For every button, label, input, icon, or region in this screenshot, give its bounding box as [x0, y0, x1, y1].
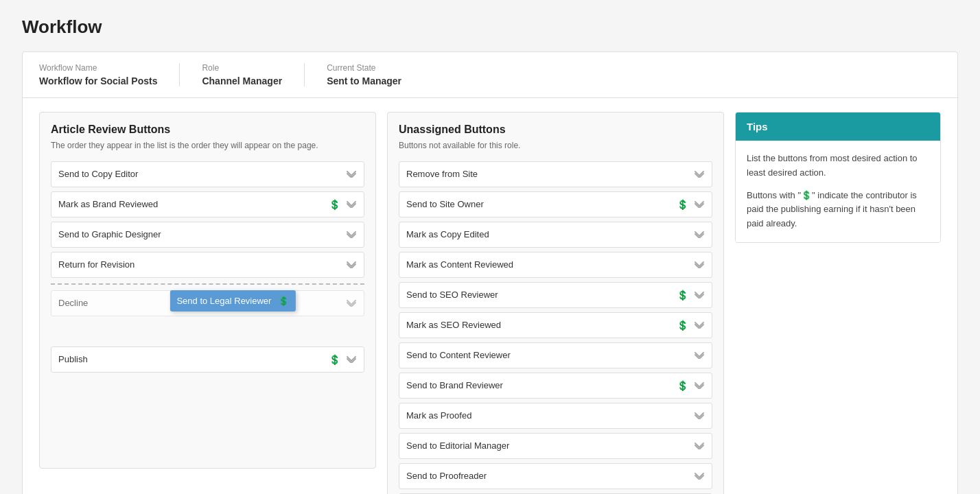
list-item[interactable]: Mark as Proofed [399, 403, 712, 429]
drag-area: Decline Send to Legal Reviewer 💲 [51, 290, 364, 316]
list-item[interactable]: Send to Content Reviewer [399, 342, 712, 368]
money-icon: 💲 [677, 320, 688, 331]
unassigned-subtitle: Buttons not available for this role. [399, 140, 712, 152]
button-label: Send to Copy Editor [58, 169, 346, 179]
section-divider [51, 283, 364, 285]
chevron-down-icon [694, 471, 705, 482]
money-icon: 💲 [677, 199, 688, 210]
list-item[interactable]: Mark as SEO Reviewed 💲 [399, 312, 712, 338]
chevron-down-icon [694, 440, 705, 451]
chevron-down-icon [694, 320, 705, 331]
main-card: Workflow Name Workflow for Social Posts … [22, 51, 958, 494]
chevron-down-icon [694, 169, 705, 180]
button-label: Send to SEO Reviewer [406, 290, 677, 300]
list-item[interactable]: Send to Copy Editor [51, 161, 364, 187]
drag-ghost-label: Send to Legal Reviewer [176, 296, 271, 306]
button-label: Mark as Copy Edited [406, 229, 694, 239]
tips-line2-prefix: Buttons with " [747, 190, 801, 200]
list-item[interactable]: Send to Graphic Designer [51, 222, 364, 248]
list-item[interactable]: Send to Editorial Manager [399, 433, 712, 459]
button-label: Mark as SEO Reviewed [406, 320, 677, 330]
list-item[interactable]: Publish 💲 [51, 346, 364, 373]
workflow-header: Workflow Name Workflow for Social Posts … [23, 52, 957, 98]
list-item[interactable]: Mark as Brand Reviewed 💲 [51, 191, 364, 217]
chevron-down-icon [694, 290, 705, 301]
list-item[interactable]: Mark as Content Reviewed [399, 252, 712, 278]
button-label: Publish [58, 354, 329, 364]
tips-panel: Tips List the buttons from most desired … [735, 112, 941, 243]
workflow-name-value: Workflow for Social Posts [39, 75, 157, 86]
drag-ghost-money-icon: 💲 [278, 296, 289, 306]
button-label: Mark as Proofed [406, 410, 694, 421]
tips-money-icon: 💲 [801, 190, 812, 200]
article-review-title: Article Review Buttons [51, 124, 364, 136]
button-label: Send to Brand Reviewer [406, 380, 677, 390]
button-label: Send to Site Owner [406, 199, 677, 209]
list-item[interactable]: Send to Proofreader [399, 463, 712, 489]
article-review-subtitle: The order they appear in the list is the… [51, 140, 364, 152]
workflow-name-section: Workflow Name Workflow for Social Posts [39, 63, 180, 86]
list-item[interactable]: Send to SEO Reviewer 💲 [399, 282, 712, 308]
button-label: Remove from Site [406, 169, 694, 179]
list-item[interactable]: Send to Brand Reviewer 💲 [399, 373, 712, 399]
page-title: Workflow [22, 16, 958, 38]
chevron-down-icon [694, 380, 705, 391]
columns-wrapper: Article Review Buttons The order they ap… [23, 98, 957, 494]
chevron-down-icon [346, 259, 357, 270]
drag-ghost[interactable]: Send to Legal Reviewer 💲 [170, 290, 296, 311]
current-state-section: Current State Sent to Manager [327, 63, 423, 86]
chevron-down-icon [346, 229, 357, 240]
unassigned-title: Unassigned Buttons [399, 124, 712, 136]
tips-line1: List the buttons from most desired actio… [747, 152, 929, 180]
chevron-down-icon [694, 199, 705, 210]
chevron-down-icon [346, 298, 357, 309]
chevron-down-icon [694, 259, 705, 270]
tips-body: List the buttons from most desired actio… [736, 141, 940, 242]
money-icon: 💲 [329, 199, 340, 210]
list-item[interactable]: Return for Revision [51, 252, 364, 278]
chevron-down-icon [346, 169, 357, 180]
role-value: Channel Manager [202, 75, 282, 86]
role-section: Role Channel Manager [202, 63, 305, 86]
current-state-label: Current State [327, 63, 401, 73]
tips-header: Tips [736, 113, 940, 141]
money-icon: 💲 [677, 290, 688, 301]
list-item[interactable]: Mark as Copy Edited [399, 222, 712, 248]
button-label: Send to Editorial Manager [406, 440, 694, 451]
current-state-value: Sent to Manager [327, 75, 401, 86]
chevron-down-icon [346, 354, 357, 365]
article-review-column: Article Review Buttons The order they ap… [39, 112, 376, 469]
chevron-down-icon [694, 229, 705, 240]
list-item[interactable]: Send to Site Owner 💲 [399, 191, 712, 217]
role-label: Role [202, 63, 282, 73]
chevron-down-icon [694, 350, 705, 361]
list-item[interactable]: Remove from Site [399, 161, 712, 187]
workflow-name-label: Workflow Name [39, 63, 157, 73]
button-label: Mark as Content Reviewed [406, 259, 694, 270]
unassigned-column: Unassigned Buttons Buttons not available… [387, 112, 724, 494]
tips-line2: Buttons with "💲" indicate the contributo… [747, 189, 929, 231]
money-icon: 💲 [677, 380, 688, 391]
money-icon: 💲 [329, 354, 340, 365]
button-label: Mark as Brand Reviewed [58, 199, 329, 209]
chevron-down-icon [346, 199, 357, 210]
button-label: Send to Proofreader [406, 471, 694, 481]
button-label: Send to Content Reviewer [406, 350, 694, 360]
button-label: Send to Graphic Designer [58, 229, 346, 239]
button-label: Return for Revision [58, 259, 346, 270]
chevron-down-icon [694, 410, 705, 421]
